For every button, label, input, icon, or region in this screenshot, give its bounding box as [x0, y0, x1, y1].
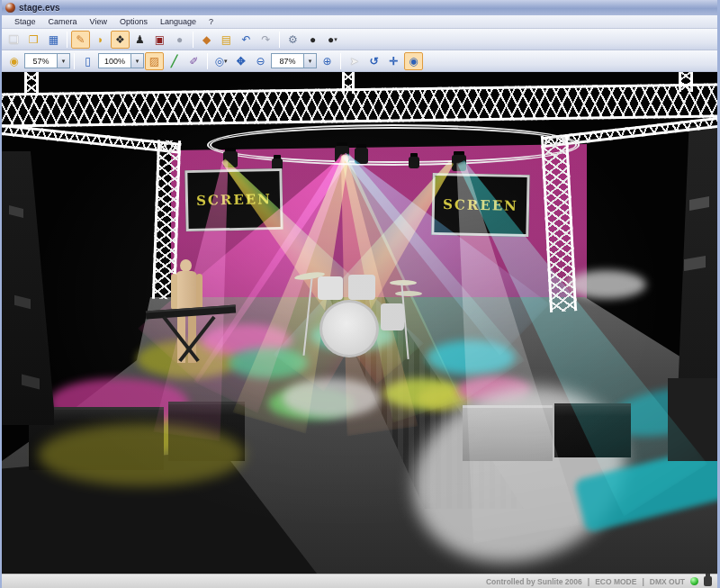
fixtures-icon: ❖ — [115, 34, 125, 45]
undo-button[interactable]: ↶ — [237, 31, 256, 49]
stage-window-icon: ▤ — [221, 34, 231, 45]
main-toolbar: ❏ ❒ ▦ ✎ ◗ ❖ ♟ ▣ ● ◆ ▤ ↶ ↷ ⚙ ● ●▾ — [2, 29, 717, 50]
wall-opacity-value: 100% — [98, 53, 131, 68]
status-separator: | — [588, 577, 590, 586]
status-dmx: DMX OUT — [650, 577, 685, 586]
paint-brush-button[interactable]: ✐ — [184, 52, 203, 70]
wall-opacity-button[interactable]: ▯ — [78, 52, 97, 70]
gear-icon: ⚙ — [288, 34, 298, 45]
pan-view-button[interactable]: ✛ — [384, 52, 403, 70]
cap-icon: ◆ — [202, 34, 211, 45]
bulb-icon: ◉ — [9, 56, 18, 67]
new-file-icon: ❏ — [9, 34, 19, 45]
orbit-camera-icon: ◉ — [409, 56, 418, 67]
3d-viewport[interactable]: SCREEN SCREEN — [2, 72, 717, 574]
floppy-disk-icon: ▦ — [49, 34, 58, 45]
menu-bar: Stage Camera View Options Language ? — [2, 15, 717, 29]
status-bar: Controlled by Sunlite 2006 | ECO MODE | … — [2, 574, 717, 588]
edit-mode-button[interactable]: ✎ — [71, 31, 90, 49]
redo-arrow-icon: ↷ — [261, 34, 270, 45]
app-icon — [5, 3, 15, 13]
sphere-icon: ● — [328, 34, 334, 45]
zoom-out-button[interactable]: ⊖ — [251, 52, 270, 70]
usb-device-icon — [704, 576, 712, 586]
zoom-combo[interactable]: 87% ▾ — [271, 53, 317, 68]
image-icon: ▨ — [149, 56, 159, 67]
haze-overlay — [2, 72, 717, 574]
open-file-button[interactable]: ❒ — [24, 31, 43, 49]
menu-help[interactable]: ? — [203, 16, 219, 27]
wall-icon: ▯ — [85, 56, 91, 67]
orbit-camera-button[interactable]: ◉ — [404, 52, 423, 70]
render-button[interactable]: ● — [170, 31, 189, 49]
show-fixtures-button[interactable]: ❖ — [111, 31, 130, 49]
zoom-out-icon: ⊖ — [256, 56, 265, 67]
zoom-tool-button[interactable]: ◎▾ — [212, 52, 230, 70]
menu-view[interactable]: View — [85, 16, 112, 27]
build-mode-button[interactable]: ◗ — [91, 31, 110, 49]
rotate-view-button[interactable]: ↺ — [364, 52, 383, 70]
app-window: stage.evs Stage Camera View Options Lang… — [0, 0, 720, 588]
brick-icon: ▣ — [155, 34, 165, 45]
toolbar-separator — [74, 53, 75, 69]
zoom-in-icon: ⊕ — [322, 56, 331, 67]
pan-move-icon: ✛ — [389, 56, 398, 67]
undo-arrow-icon: ↶ — [241, 34, 250, 45]
chevron-down-icon[interactable]: ▾ — [58, 53, 70, 68]
toolbar-separator — [340, 53, 341, 69]
menu-language[interactable]: Language — [155, 16, 202, 27]
hard-hat-icon: ◗ — [97, 34, 104, 45]
select-cursor-button[interactable]: ➤ — [345, 52, 364, 70]
background-image-button[interactable]: ▨ — [145, 52, 164, 70]
add-person-button[interactable]: ♟ — [130, 31, 149, 49]
person-icon: ♟ — [135, 34, 145, 45]
new-file-button[interactable]: ❏ — [4, 31, 23, 49]
zoom-value: 87% — [271, 53, 304, 68]
toolbar-separator — [193, 32, 194, 48]
save-file-button[interactable]: ▦ — [44, 31, 63, 49]
sphere-icon: ● — [310, 34, 316, 45]
chevron-down-icon[interactable]: ▾ — [304, 53, 317, 68]
stage-settings-button[interactable]: ▤ — [217, 31, 236, 49]
status-separator: | — [642, 577, 644, 586]
cursor-icon: ➤ — [349, 56, 358, 67]
zoom-fit-button[interactable]: ✥ — [231, 52, 250, 70]
menu-camera[interactable]: Camera — [43, 16, 83, 27]
cap-tool-button[interactable]: ◆ — [197, 31, 216, 49]
open-folder-icon: ❒ — [29, 34, 39, 45]
ambient-light-value: 57% — [24, 53, 58, 68]
chevron-down-icon: ▾ — [334, 36, 338, 42]
redo-button[interactable]: ↷ — [256, 31, 275, 49]
view-toolbar: ◉ 57% ▾ ▯ 100% ▾ ▨ ╱ ✐ ◎▾ ✥ ⊖ 87% ▾ ⊕ ➤ … — [2, 50, 717, 72]
sphere-options-button[interactable]: ●▾ — [323, 31, 342, 49]
zoom-in-button[interactable]: ⊕ — [318, 52, 337, 70]
window-title: stage.evs — [19, 3, 60, 13]
rotate-icon: ↺ — [369, 56, 378, 67]
status-controlled-by: Controlled by Sunlite 2006 — [486, 577, 582, 586]
ambient-light-button[interactable]: ◉ — [4, 52, 23, 70]
menu-stage[interactable]: Stage — [9, 16, 41, 27]
sphere-view-button[interactable]: ● — [303, 31, 322, 49]
dmx-status-led-icon — [690, 577, 698, 585]
render-sphere-icon: ● — [176, 34, 183, 45]
title-bar[interactable]: stage.evs — [2, 0, 717, 15]
status-mode: ECO MODE — [595, 577, 636, 586]
line-icon: ╱ — [171, 56, 177, 67]
settings-search-button[interactable]: ⚙ — [284, 31, 302, 49]
magnifier-icon: ◎ — [215, 56, 224, 67]
pencil-icon: ✎ — [76, 34, 85, 45]
chevron-down-icon[interactable]: ▾ — [131, 53, 144, 68]
wall-opacity-combo[interactable]: 100% ▾ — [98, 53, 144, 68]
brush-icon: ✐ — [189, 56, 198, 67]
add-texture-button[interactable]: ▣ — [150, 31, 169, 49]
fit-view-icon: ✥ — [236, 56, 245, 67]
draw-line-button[interactable]: ╱ — [165, 52, 184, 70]
toolbar-separator — [67, 32, 68, 48]
ambient-light-combo[interactable]: 57% ▾ — [24, 53, 70, 68]
toolbar-separator — [207, 53, 208, 69]
chevron-down-icon: ▾ — [224, 58, 228, 64]
toolbar-separator — [279, 32, 280, 48]
menu-options[interactable]: Options — [114, 16, 153, 27]
